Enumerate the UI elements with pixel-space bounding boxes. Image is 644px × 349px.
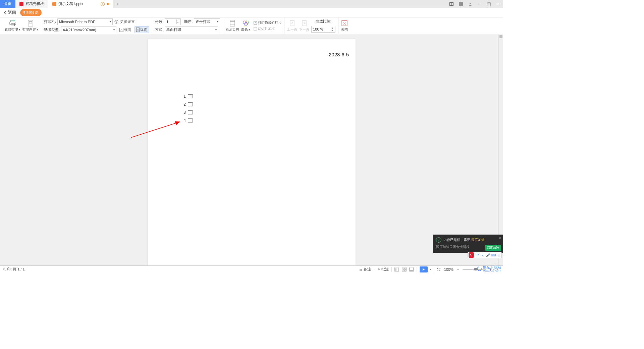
svg-rect-35 <box>402 270 404 271</box>
svg-rect-4 <box>459 4 461 6</box>
slide-thumb-icon <box>188 110 193 114</box>
tab-label: 找稻壳模板 <box>25 1 44 6</box>
view-sorter-icon[interactable] <box>402 267 407 272</box>
color-icon <box>243 20 249 27</box>
watermark: 极光下载站 www.xz7.com <box>477 265 501 272</box>
svg-rect-2 <box>459 2 461 4</box>
svg-rect-25 <box>290 20 294 26</box>
close-icon <box>341 20 348 27</box>
back-label: 返回 <box>8 10 16 15</box>
svg-rect-19 <box>230 20 235 26</box>
fit-icon[interactable]: ⛶ <box>437 267 441 272</box>
next-page-icon <box>301 20 308 27</box>
next-page-button: 下一页 <box>299 20 309 32</box>
slideshow-dropdown[interactable]: ▾ <box>430 268 431 271</box>
gear-icon <box>114 19 119 24</box>
copies-label: 份数: <box>155 19 163 24</box>
header-footer-icon <box>229 20 236 27</box>
tab-home[interactable]: 首页 <box>0 0 15 8</box>
slide-thumb-icon <box>188 94 193 98</box>
view-reading-icon[interactable] <box>409 267 414 272</box>
svg-rect-5 <box>461 4 463 6</box>
ime-keyboard-icon[interactable]: ⌨ <box>491 253 496 257</box>
comments-button[interactable]: ✎批注 <box>377 267 389 272</box>
header-footer-button[interactable]: 页眉页脚 <box>226 20 239 32</box>
chevron-left-icon <box>3 11 7 14</box>
zoom-label: 缩放比例: <box>316 19 331 24</box>
layout-icon[interactable] <box>447 0 456 8</box>
back-button[interactable]: 返回 <box>3 10 16 15</box>
outline-item: 1 <box>182 94 193 99</box>
slide-thumb-icon <box>188 102 193 106</box>
ribbon: 直接打印▾ 打印内容▾ 打印机: Microsoft Print to PDF▾… <box>0 17 503 34</box>
ime-punct-icon[interactable]: •, <box>480 253 485 257</box>
order-label: 顺序: <box>184 19 193 24</box>
notification-close-button[interactable]: × <box>499 236 501 240</box>
tab-templates[interactable]: 找稻壳模板 <box>15 0 48 8</box>
notes-button[interactable]: ☷备注 <box>359 267 371 272</box>
new-tab-button[interactable]: + <box>113 1 122 7</box>
print-preview-badge: 打印预览 <box>20 9 42 16</box>
ime-settings-icon[interactable]: ☰ <box>496 253 501 257</box>
hide-slides-checkbox[interactable]: ✓打印隐藏幻灯片 <box>254 20 281 25</box>
tab-label: 演示文稿1.pptx <box>58 1 83 6</box>
ime-bar[interactable]: S 中 •, 🎤 ⌨ ☰ <box>468 252 502 258</box>
svg-rect-9 <box>487 3 490 6</box>
slideshow-button[interactable] <box>420 266 428 272</box>
svg-rect-3 <box>461 2 463 4</box>
color-button[interactable]: 颜色▾ <box>241 20 250 32</box>
page-info: 打印: 页 1 / 1 <box>3 267 25 272</box>
notification-action-button[interactable]: 深度加速 <box>485 245 501 251</box>
user-icon[interactable] <box>466 0 475 8</box>
view-normal-icon[interactable] <box>394 267 399 272</box>
close-button[interactable] <box>494 0 503 8</box>
outline-item: 2 <box>182 102 193 107</box>
outline-item: 3 <box>182 110 193 115</box>
window-controls <box>447 0 503 8</box>
svg-rect-13 <box>9 22 15 24</box>
comments-icon: ✎ <box>377 267 380 271</box>
slide-thumb-icon <box>188 118 193 122</box>
svg-rect-33 <box>402 268 404 269</box>
shield-icon: ✓ <box>436 237 441 243</box>
presentation-icon <box>52 2 56 6</box>
mode-label: 方式: <box>155 27 163 32</box>
printer-icon <box>9 20 16 27</box>
vertical-scrollbar[interactable] <box>498 34 503 265</box>
print-content-button[interactable]: 打印内容▾ <box>22 20 38 32</box>
zoom-select[interactable]: 100 %▴▾ <box>311 26 335 33</box>
ime-mic-icon[interactable]: 🎤 <box>485 253 491 257</box>
slide-frame-checkbox: 幻灯片加框 <box>254 27 281 31</box>
paper-select[interactable]: A4(210mmx297mm)▾ <box>61 27 116 33</box>
status-bar: 打印: 页 1 / 1 ☷备注 · ✎批注 ▾ ⛶ 100% － ＋ ⤢ 极光下… <box>0 265 503 273</box>
direct-print-button[interactable]: 直接打印▾ <box>5 20 20 32</box>
notification-title: 内存已超标，需要 深度加速 <box>443 238 485 242</box>
copies-input[interactable]: 1▴▾ <box>165 18 181 25</box>
preview-canvas: 2023-6-5 1 2 3 4 × ✓ 内存已超标，需要 深度加速 深度加速关… <box>0 34 503 265</box>
tab-current[interactable]: 演示文稿1.pptx ! <box>48 0 113 8</box>
printer-label: 打印机: <box>44 19 56 24</box>
svg-rect-12 <box>10 20 15 22</box>
printer-select[interactable]: Microsoft Print to PDF▾ <box>57 18 113 25</box>
zoom-value: 100% <box>444 267 453 271</box>
page-icon <box>27 20 34 27</box>
ime-logo-icon: S <box>469 252 474 258</box>
order-select[interactable]: 逐份打印▾ <box>194 18 220 25</box>
zoom-out-button[interactable]: － <box>456 267 460 272</box>
landscape-button[interactable]: A横向 <box>118 26 133 33</box>
svg-point-17 <box>115 20 118 23</box>
mode-select[interactable]: 单面打印▾ <box>165 27 218 33</box>
unsaved-dot <box>107 3 109 5</box>
watermark-logo-icon <box>476 265 482 272</box>
more-settings-button[interactable]: 更多设置 <box>120 19 135 24</box>
close-preview-button[interactable]: 关闭 <box>341 20 348 32</box>
page-date: 2023-6-5 <box>329 52 349 57</box>
ime-lang[interactable]: 中 <box>475 253 480 257</box>
outline-list: 1 2 3 4 <box>182 94 193 126</box>
minimize-button[interactable] <box>475 0 484 8</box>
apps-icon[interactable] <box>456 0 466 8</box>
notes-icon: ☷ <box>359 267 363 271</box>
paper-label: 纸张类型: <box>44 27 60 32</box>
portrait-button[interactable]: A纵向 <box>135 26 149 33</box>
maximize-button[interactable] <box>484 0 494 8</box>
